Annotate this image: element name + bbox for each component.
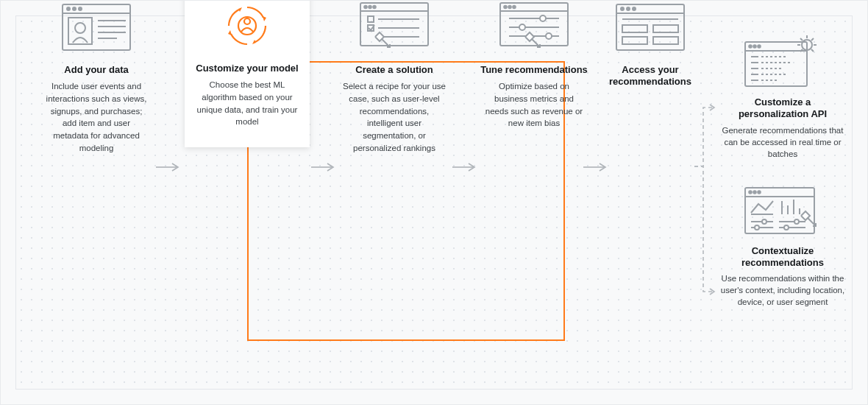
step-access: Access your recommendations <box>602 1 698 93</box>
svg-point-33 <box>508 6 511 9</box>
arrow-icon <box>448 141 483 194</box>
output-desc: Generate recommendations that can be acc… <box>720 124 845 160</box>
svg-point-71 <box>753 191 756 194</box>
svg-point-70 <box>749 191 752 194</box>
svg-marker-17 <box>238 7 242 12</box>
svg-point-36 <box>540 15 546 21</box>
output-title: Customize a personalization API <box>720 96 845 121</box>
step-create-solution: Create a solution Select a recipe for yo… <box>339 1 449 154</box>
step-title: Create a solution <box>339 64 449 76</box>
svg-point-13 <box>244 18 250 24</box>
svg-point-85 <box>784 225 789 230</box>
svg-rect-48 <box>622 25 647 32</box>
svg-rect-42 <box>616 4 684 50</box>
add-data-icon <box>56 1 137 54</box>
tune-icon <box>494 1 574 54</box>
svg-point-81 <box>755 225 759 230</box>
step-add-data: Add your data Include user events and in… <box>41 1 152 154</box>
svg-rect-30 <box>500 3 568 46</box>
svg-point-38 <box>519 24 525 30</box>
svg-point-32 <box>504 6 507 9</box>
step-title: Access your recommendations <box>602 64 698 88</box>
customize-model-icon <box>207 0 288 52</box>
svg-point-12 <box>238 17 256 35</box>
create-solution-icon <box>354 1 435 54</box>
svg-rect-24 <box>368 16 374 22</box>
svg-rect-51 <box>653 37 678 44</box>
svg-point-45 <box>627 7 630 10</box>
svg-rect-49 <box>653 25 678 32</box>
svg-marker-14 <box>263 16 266 21</box>
svg-point-4 <box>79 7 82 10</box>
svg-point-2 <box>67 7 70 10</box>
branch-connector <box>692 93 722 314</box>
svg-point-79 <box>762 219 766 224</box>
step-title: Tune recommendations <box>479 64 589 76</box>
svg-point-22 <box>369 6 371 9</box>
output-desc: Use recommendations within the user's co… <box>720 272 845 308</box>
svg-point-56 <box>758 45 761 48</box>
svg-point-54 <box>749 45 752 48</box>
arrow-icon <box>307 141 342 194</box>
arrow-icon <box>579 141 614 194</box>
svg-marker-15 <box>252 40 256 44</box>
svg-point-3 <box>73 7 76 10</box>
svg-point-83 <box>794 219 799 224</box>
step-desc: Include user events and interactions suc… <box>41 80 152 154</box>
step-title: Customize your model <box>192 63 302 74</box>
svg-point-6 <box>75 23 85 33</box>
svg-marker-16 <box>228 30 232 35</box>
step-desc: Select a recipe for your use case, such … <box>339 80 449 154</box>
svg-point-34 <box>513 6 516 9</box>
svg-point-23 <box>373 6 376 9</box>
arrow-icon <box>152 141 187 194</box>
svg-rect-5 <box>68 18 92 44</box>
output-title: Contextualize recommendations <box>720 245 845 270</box>
step-tune: Tune recommendations Optimize based on b… <box>479 1 589 130</box>
context-chart-icon <box>742 185 823 238</box>
svg-point-72 <box>758 191 761 194</box>
svg-point-46 <box>633 7 636 10</box>
api-gear-icon <box>742 36 823 89</box>
svg-rect-50 <box>622 37 647 44</box>
access-icon <box>610 1 691 54</box>
output-context: Contextualize recommendations Use recomm… <box>720 185 845 309</box>
step-title: Add your data <box>41 64 152 76</box>
output-api: Customize a personalization API Generate… <box>720 36 845 160</box>
step-desc: Choose the best ML algorithm based on yo… <box>192 79 302 128</box>
svg-point-21 <box>364 6 367 9</box>
step-customize-model: Customize your model Choose the best ML … <box>185 0 310 147</box>
step-desc: Optimize based on business metrics and n… <box>479 80 589 130</box>
svg-point-44 <box>621 7 624 10</box>
svg-point-55 <box>753 45 756 48</box>
svg-point-40 <box>546 33 552 39</box>
